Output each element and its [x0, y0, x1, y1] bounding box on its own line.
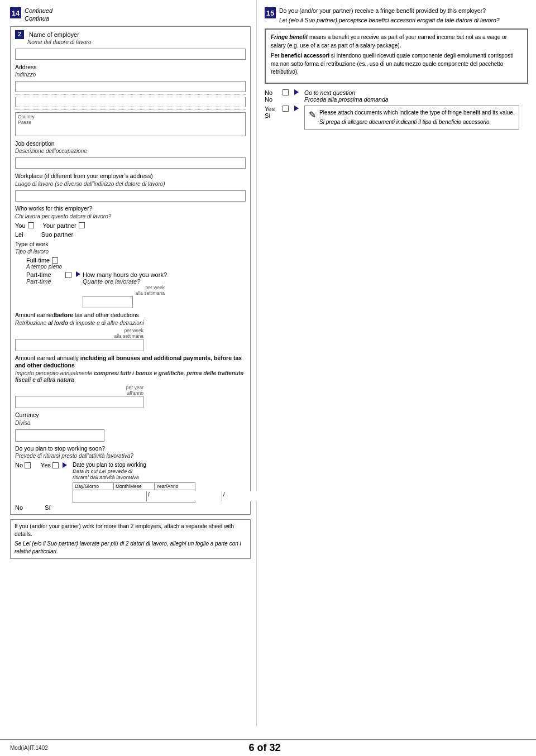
address-input-2[interactable]: [15, 97, 246, 107]
per-year-label: per year all’anno: [15, 385, 143, 396]
amount-annually-it: Importo percepito annualmente compresi t…: [15, 370, 246, 384]
amount-before-input[interactable]: [15, 339, 143, 351]
full-time-en: Full-time: [26, 257, 50, 264]
yes-label-en: Yes: [265, 106, 279, 112]
date-box: Day/Giorno Month/Mese Year/Anno / /: [73, 482, 195, 503]
employer-name-en: Name of employer: [29, 31, 79, 38]
dotted-divider-2: [15, 109, 246, 110]
per-week-it: alla settimana: [83, 290, 165, 296]
amount-before-input-wrapper: per week alla settimana: [15, 328, 143, 351]
date-input-row: / /: [73, 490, 195, 503]
per-week2-it: alla settimana: [15, 333, 143, 339]
part-time-it: Part-time: [26, 278, 65, 285]
right-column: 15 Do you (and/or your partner) receive …: [257, 0, 536, 726]
no-labels: No No: [265, 89, 279, 103]
full-time-checkbox[interactable]: [52, 257, 58, 264]
no-label-en: No: [265, 89, 279, 96]
stop-working-en: Do you plan to stop working soon?: [15, 445, 246, 453]
yes-checkbox[interactable]: [283, 106, 289, 112]
partner-checkbox[interactable]: [79, 222, 85, 228]
amount-annually-input[interactable]: [15, 396, 143, 408]
day-input[interactable]: [75, 491, 147, 501]
section-15-number: 15: [265, 7, 276, 18]
go-to-next-text: Go to next question Proceda alla prossim…: [304, 89, 389, 103]
dotted-divider-1: [15, 94, 246, 95]
go-to-next-it: Proceda alla prossima domanda: [304, 96, 389, 103]
currency-input[interactable]: [15, 429, 104, 442]
workplace-en: Workplace (if different from your employ…: [15, 173, 246, 180]
continued-en: Continued: [25, 7, 52, 15]
full-time-it: A tempo pieno: [26, 264, 246, 270]
no-yes-it-labels: No Sí: [15, 504, 246, 511]
job-desc-en: Job description: [15, 140, 246, 148]
no-row: No No Go to next question Proceda alla p…: [265, 89, 528, 103]
hours-input[interactable]: [83, 296, 133, 308]
your-partner-it: Suo partner: [41, 231, 73, 238]
type-work-en: Type of work: [15, 241, 246, 248]
slash-2: /: [222, 491, 226, 501]
section-14-number: 14: [10, 7, 21, 18]
part-time-en: Part-time: [26, 271, 65, 278]
job-desc-it: Descrizione dell’occupazione: [15, 148, 246, 155]
fringe-def-para1: Fringe benefit means a benefit you recei…: [271, 34, 522, 50]
stop-working-it: Prevede di ritirarsi presto dall’attivit…: [15, 453, 246, 460]
month-input[interactable]: [151, 491, 222, 501]
you-checkbox[interactable]: [28, 222, 34, 228]
full-time-row: Full-time: [26, 257, 246, 264]
address-input-1[interactable]: [15, 81, 246, 92]
who-works-it: Chi lavora per questo datore di lavoro?: [15, 213, 246, 220]
type-work-it: Tipo di lavoro: [15, 248, 246, 255]
please-attach-en: Please attach documents which indicate t…: [319, 109, 515, 117]
part-time-row: Part-time Part-time How many hours do yo…: [26, 271, 246, 308]
you-it: Lei: [15, 231, 23, 238]
yes-it: Sí: [45, 504, 50, 511]
employer-name-it: Nome del datore di lavoro: [27, 39, 246, 46]
slash-1: /: [147, 491, 151, 501]
currency-en: Currency: [15, 412, 246, 419]
date-plan-it1: Data in cui Lei prevede di: [73, 468, 195, 474]
no-stop-checkbox[interactable]: [25, 462, 31, 468]
no-stop-en: No: [15, 462, 23, 468]
footer-form-text: Mod(iA)IT.1402: [10, 745, 48, 751]
date-plan-it2: ritirarsi dall’attività lavorativa: [73, 474, 195, 480]
section-15-header: 15 Do you (and/or your partner) receive …: [265, 7, 528, 24]
fringe-def-para2: Per benefici accessori si intendono quel…: [271, 52, 522, 76]
yes-labels: Yes Sí: [265, 106, 279, 119]
no-checkbox[interactable]: [283, 89, 289, 95]
who-works-it-row: Lei Suo partner: [15, 231, 246, 238]
job-desc-input[interactable]: [15, 157, 246, 169]
country-it: Paese: [18, 119, 31, 125]
country-en: Country: [18, 114, 35, 119]
stop-working-row: No Yes Date you plan to stop working Dat…: [15, 462, 246, 503]
who-works-en: Who works for this employer?: [15, 205, 246, 213]
country-box: Country Paese: [15, 112, 246, 136]
fringe-benefit-box: Fringe benefit means a benefit you recei…: [265, 28, 528, 84]
page-container: 14 Continued Continua 2 Name of employer…: [0, 0, 536, 756]
fringe-def-it1: Per: [271, 52, 281, 59]
currency-it: Divisa: [15, 420, 246, 427]
left-column: 14 Continued Continua 2 Name of employer…: [0, 0, 257, 726]
fringe-def-en1: Fringe benefit: [271, 34, 308, 40]
page-number: 6 of 32: [248, 742, 280, 754]
per-week-en: per week: [83, 285, 165, 290]
no-label-it: No: [265, 96, 279, 103]
per-week2-en: per week: [15, 328, 143, 333]
please-attach-text: Please attach documents which indicate t…: [319, 109, 515, 126]
bottom-note-en: If you (and/or your partner) work for mo…: [15, 523, 246, 538]
q15-en1: Do you (and/or your partner) receive a f…: [279, 7, 500, 15]
yes-stop-en: Yes: [41, 462, 51, 468]
employer-name-input[interactable]: [15, 49, 246, 60]
fringe-def-it2: benefici accessori: [281, 52, 329, 59]
employer-number: 2: [15, 30, 24, 39]
year-header: Year/Anno: [155, 483, 195, 490]
continued-label: Continued Continua: [25, 7, 52, 23]
please-attach-it: Si prega di allegare documenti indicanti…: [319, 118, 515, 126]
workplace-input[interactable]: [15, 190, 246, 202]
part-time-checkbox[interactable]: [65, 272, 71, 278]
amount-before-label: Amount earnedbefore tax and other deduct…: [15, 312, 246, 319]
address-it: Indirizzo: [15, 71, 246, 78]
country-input[interactable]: [18, 126, 243, 135]
yes-stop-checkbox[interactable]: [52, 462, 59, 468]
yes-row: Yes Sí ✎ Please attach documents which i…: [265, 106, 528, 130]
amount-before-it: Retribuzione al lordo di imposte e di al…: [15, 320, 246, 327]
